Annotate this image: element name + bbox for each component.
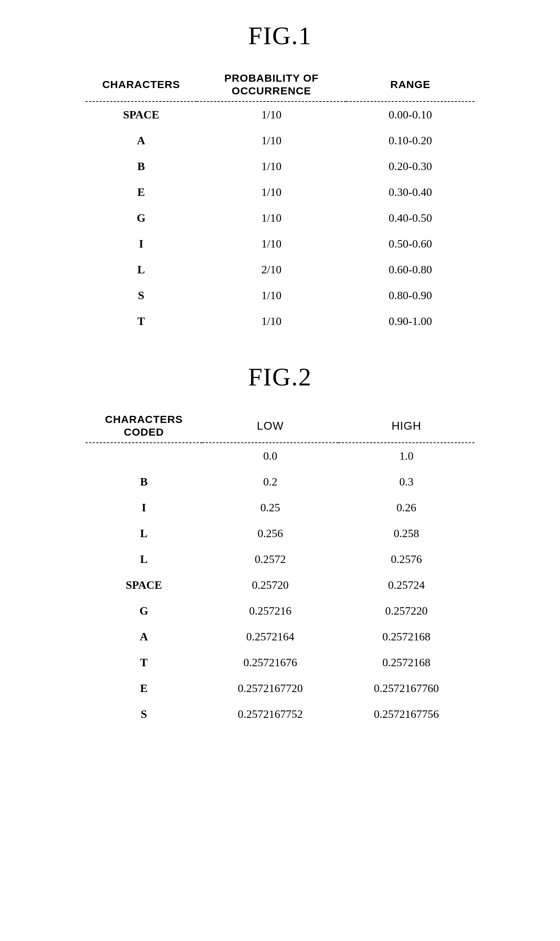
fig1-col3-header: RANGE — [346, 68, 474, 100]
fig2-cell-high-2: 0.26 — [338, 495, 474, 521]
fig2-cell-low-8: 0.25721676 — [202, 650, 338, 675]
fig1-cell-prob-5: 1/10 — [197, 231, 346, 257]
fig2-cell-char-10: S — [86, 701, 202, 727]
fig1-cell-char-6: L — [86, 257, 197, 283]
fig1-row-0: SPACE 1/10 0.00-0.10 — [86, 102, 474, 128]
fig1-row-2: B 1/10 0.20-0.30 — [86, 154, 474, 179]
fig1-cell-prob-8: 1/10 — [197, 308, 346, 334]
figure-1-section: FIG.1 CHARACTERS PROBABILITY OF OCCURREN… — [28, 21, 532, 334]
fig1-cell-char-3: E — [86, 179, 197, 205]
fig2-cell-low-9: 0.2572167720 — [202, 675, 338, 701]
fig2-cell-char-5: SPACE — [86, 572, 202, 598]
fig1-table: CHARACTERS PROBABILITY OF OCCURRENCE RAN… — [86, 68, 474, 334]
fig2-row-7: A 0.2572164 0.2572168 — [86, 624, 474, 650]
fig2-row-3: L 0.256 0.258 — [86, 521, 474, 546]
fig1-cell-char-2: B — [86, 154, 197, 179]
fig2-col3-header: High — [338, 410, 474, 441]
fig1-cell-char-5: I — [86, 231, 197, 257]
fig2-col2-header: Low — [202, 410, 338, 441]
fig1-cell-char-4: G — [86, 205, 197, 231]
fig2-row-4: L 0.2572 0.2576 — [86, 546, 474, 572]
fig1-cell-range-1: 0.10-0.20 — [346, 128, 474, 154]
fig1-cell-range-0: 0.00-0.10 — [346, 102, 474, 128]
fig1-col1-header: CHARACTERS — [86, 68, 197, 100]
fig2-row-9: E 0.2572167720 0.2572167760 — [86, 675, 474, 701]
fig1-row-5: I 1/10 0.50-0.60 — [86, 231, 474, 257]
fig2-cell-high-5: 0.25724 — [338, 572, 474, 598]
fig2-title: FIG.2 — [28, 362, 532, 392]
fig1-col2-header: PROBABILITY OF OCCURRENCE — [197, 68, 346, 100]
fig1-cell-char-0: SPACE — [86, 102, 197, 128]
fig1-cell-prob-4: 1/10 — [197, 205, 346, 231]
fig2-cell-high-10: 0.2572167756 — [338, 701, 474, 727]
fig2-cell-low-1: 0.2 — [202, 469, 338, 495]
fig1-cell-prob-6: 2/10 — [197, 257, 346, 283]
fig1-row-1: A 1/10 0.10-0.20 — [86, 128, 474, 154]
fig2-cell-low-2: 0.25 — [202, 495, 338, 521]
fig2-cell-low-6: 0.257216 — [202, 598, 338, 624]
fig2-cell-low-5: 0.25720 — [202, 572, 338, 598]
fig2-row-0: 0.0 1.0 — [86, 443, 474, 469]
fig2-cell-high-9: 0.2572167760 — [338, 675, 474, 701]
fig2-cell-low-3: 0.256 — [202, 521, 338, 546]
fig1-title: FIG.1 — [28, 21, 532, 51]
fig2-cell-char-6: G — [86, 598, 202, 624]
fig2-cell-char-8: T — [86, 650, 202, 675]
fig1-cell-prob-2: 1/10 — [197, 154, 346, 179]
fig1-cell-range-4: 0.40-0.50 — [346, 205, 474, 231]
fig1-cell-range-5: 0.50-0.60 — [346, 231, 474, 257]
fig1-cell-char-8: T — [86, 308, 197, 334]
fig1-cell-char-7: S — [86, 283, 197, 308]
fig2-cell-char-4: L — [86, 546, 202, 572]
fig2-cell-low-4: 0.2572 — [202, 546, 338, 572]
fig1-cell-char-1: A — [86, 128, 197, 154]
fig2-cell-char-7: A — [86, 624, 202, 650]
fig1-cell-range-6: 0.60-0.80 — [346, 257, 474, 283]
fig2-cell-char-9: E — [86, 675, 202, 701]
fig2-cell-char-2: I — [86, 495, 202, 521]
fig1-cell-prob-3: 1/10 — [197, 179, 346, 205]
fig1-cell-range-8: 0.90-1.00 — [346, 308, 474, 334]
fig2-row-1: B 0.2 0.3 — [86, 469, 474, 495]
fig2-table: CHARACTERS CODED Low High 0.0 1.0 B 0.2 … — [86, 410, 474, 727]
fig2-cell-low-0: 0.0 — [202, 443, 338, 469]
fig2-cell-high-8: 0.2572168 — [338, 650, 474, 675]
fig2-cell-low-10: 0.2572167752 — [202, 701, 338, 727]
fig2-cell-char-3: L — [86, 521, 202, 546]
fig2-col1-header: CHARACTERS CODED — [86, 410, 202, 441]
fig2-cell-char-0 — [86, 443, 202, 469]
fig2-cell-char-1: B — [86, 469, 202, 495]
fig1-row-3: E 1/10 0.30-0.40 — [86, 179, 474, 205]
fig2-cell-high-3: 0.258 — [338, 521, 474, 546]
fig2-cell-high-7: 0.2572168 — [338, 624, 474, 650]
figure-2-section: FIG.2 CHARACTERS CODED Low High — [28, 362, 532, 727]
fig1-cell-prob-1: 1/10 — [197, 128, 346, 154]
fig2-row-10: S 0.2572167752 0.2572167756 — [86, 701, 474, 727]
fig2-cell-low-7: 0.2572164 — [202, 624, 338, 650]
fig1-cell-range-2: 0.20-0.30 — [346, 154, 474, 179]
fig2-cell-high-0: 1.0 — [338, 443, 474, 469]
fig2-row-2: I 0.25 0.26 — [86, 495, 474, 521]
fig1-cell-prob-7: 1/10 — [197, 283, 346, 308]
fig1-row-8: T 1/10 0.90-1.00 — [86, 308, 474, 334]
fig2-cell-high-4: 0.2576 — [338, 546, 474, 572]
fig1-cell-prob-0: 1/10 — [197, 102, 346, 128]
fig1-row-6: L 2/10 0.60-0.80 — [86, 257, 474, 283]
fig2-header-row: CHARACTERS CODED Low High — [86, 410, 474, 441]
fig1-cell-range-3: 0.30-0.40 — [346, 179, 474, 205]
fig2-row-8: T 0.25721676 0.2572168 — [86, 650, 474, 675]
fig2-cell-high-1: 0.3 — [338, 469, 474, 495]
fig2-row-6: G 0.257216 0.257220 — [86, 598, 474, 624]
fig1-row-7: S 1/10 0.80-0.90 — [86, 283, 474, 308]
fig1-cell-range-7: 0.80-0.90 — [346, 283, 474, 308]
fig2-cell-high-6: 0.257220 — [338, 598, 474, 624]
fig1-row-4: G 1/10 0.40-0.50 — [86, 205, 474, 231]
fig1-header-row: CHARACTERS PROBABILITY OF OCCURRENCE RAN… — [86, 68, 474, 100]
fig2-row-5: SPACE 0.25720 0.25724 — [86, 572, 474, 598]
